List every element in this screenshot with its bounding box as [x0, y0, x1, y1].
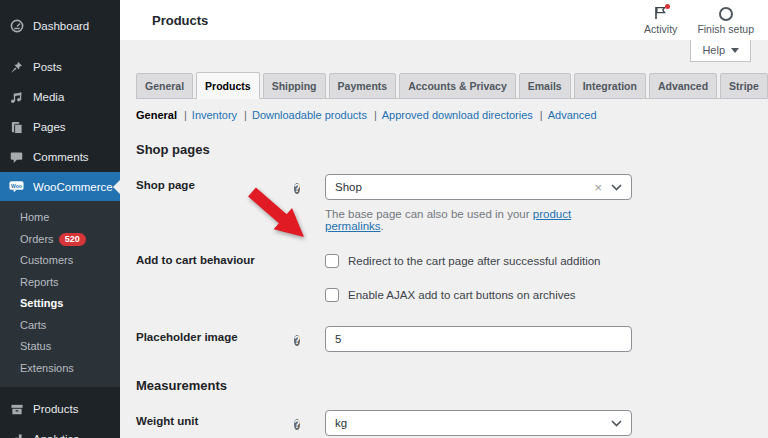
add-to-cart-checkbox-group: Redirect to the cart page after successf… [325, 249, 632, 302]
tab-label: Payments [338, 80, 388, 92]
subnav-link[interactable]: Downloadable products [237, 109, 367, 121]
checkbox-label: Enable AJAX add to cart buttons on archi… [348, 289, 576, 301]
submenu-item-label: Carts [20, 319, 46, 331]
notification-dot [665, 4, 670, 9]
setup-progress-icon [719, 7, 733, 21]
tab-label: Accounts & Privacy [408, 80, 507, 92]
woocommerce-icon: Woo [9, 179, 24, 194]
chevron-down-icon [731, 48, 739, 53]
weight-unit-label: Weight unit [136, 410, 294, 427]
checkbox[interactable] [325, 254, 339, 268]
submenu-item[interactable]: Orders520 [0, 229, 120, 251]
settings-tab[interactable]: Stripe [720, 73, 768, 99]
shop-page-label: Shop page [136, 174, 294, 191]
tab-label: Stripe [729, 80, 759, 92]
chevron-down-icon [611, 417, 622, 429]
sidebar-item-dashboard[interactable]: Dashboard [0, 11, 120, 41]
sidebar-item-woocommerce[interactable]: Woo WooCommerce [0, 172, 120, 201]
submenu-item[interactable]: Status [0, 336, 120, 358]
measurements-heading: Measurements [136, 378, 752, 393]
main-area: Products Activity Finish setup Help Gene… [120, 0, 768, 438]
submenu-item-label: Home [20, 211, 49, 223]
settings-tab[interactable]: Advanced [649, 73, 717, 99]
description-text: . [381, 220, 384, 232]
shop-page-select-value: Shop [335, 181, 362, 193]
sidebar-item-label: Dashboard [33, 20, 89, 32]
subnav-link[interactable]: Advanced [533, 109, 597, 121]
submenu-item[interactable]: Home [0, 207, 120, 229]
subnav-link[interactable]: General [136, 109, 177, 121]
checkbox[interactable] [325, 288, 339, 302]
submenu-item[interactable]: Extensions [0, 358, 120, 380]
sidebar-item-analytics[interactable]: Analytics [0, 424, 120, 438]
submenu-item[interactable]: Customers [0, 250, 120, 272]
submenu-item[interactable]: Reports [0, 272, 120, 294]
add-to-cart-label: Add to cart behaviour [136, 249, 294, 266]
clear-selection-icon[interactable]: × [594, 181, 602, 194]
products-box-icon [9, 402, 24, 417]
activity-label: Activity [644, 23, 677, 35]
tab-label: Products [205, 80, 251, 92]
finish-setup-button[interactable]: Finish setup [697, 6, 754, 35]
tab-label: Shipping [272, 80, 317, 92]
sidebar-item-products[interactable]: Products [0, 394, 120, 424]
tab-label: Advanced [658, 80, 708, 92]
sidebar-item-label: Posts [33, 61, 62, 73]
sidebar-item-media[interactable]: Media [0, 82, 120, 112]
help-dropdown-button[interactable]: Help [690, 40, 751, 62]
checkbox-option[interactable]: Enable AJAX add to cart buttons on archi… [325, 288, 632, 302]
settings-tab[interactable]: Products [196, 72, 260, 99]
chevron-down-icon [611, 181, 622, 193]
settings-tab[interactable]: General [136, 73, 193, 99]
top-header-bar: Products Activity Finish setup [120, 0, 768, 40]
settings-tab[interactable]: Emails [519, 73, 571, 99]
weight-unit-row: Weight unit kg [136, 410, 752, 436]
subnav-link-label: Downloadable products [252, 109, 367, 121]
submenu-item-label: Extensions [20, 362, 74, 374]
products-subnav: GeneralInventoryDownloadable productsApp… [136, 109, 752, 121]
tab-label: Integration [583, 80, 637, 92]
checkbox-label: Redirect to the cart page after successf… [348, 255, 601, 267]
subnav-link[interactable]: Inventory [177, 109, 237, 121]
help-tip-icon[interactable] [294, 335, 300, 346]
sidebar-item-label: Pages [33, 121, 66, 133]
settings-tab[interactable]: Accounts & Privacy [399, 73, 516, 99]
placeholder-image-input[interactable] [325, 326, 632, 352]
svg-text:Woo: Woo [11, 183, 22, 189]
page-title: Products [152, 13, 208, 28]
settings-tab[interactable]: Payments [329, 73, 397, 99]
help-label: Help [702, 44, 725, 56]
sidebar-item-label: Analytics [33, 433, 79, 438]
sidebar-item-posts[interactable]: Posts [0, 52, 120, 82]
submenu-item-label: Status [20, 340, 51, 352]
help-tip-icon[interactable] [294, 183, 300, 194]
help-tip-icon[interactable] [294, 419, 300, 430]
tab-label: Emails [528, 80, 562, 92]
subnav-link[interactable]: Approved download directories [367, 109, 533, 121]
submenu-item[interactable]: Settings [0, 293, 120, 315]
weight-unit-select[interactable]: kg [325, 410, 632, 436]
subnav-link-label: Inventory [192, 109, 237, 121]
settings-tab[interactable]: Shipping [263, 73, 326, 99]
description-text: The base page can also be used in your [325, 208, 533, 220]
add-to-cart-row: Add to cart behaviour Redirect to the ca… [136, 249, 752, 302]
bar-chart-icon [9, 432, 24, 438]
submenu-item-label: Customers [20, 254, 73, 266]
subnav-link-label: General [136, 109, 177, 121]
subnav-link-label: Advanced [548, 109, 597, 121]
placeholder-image-row: Placeholder image [136, 326, 752, 352]
shop-page-row: Shop page Shop × The base page can also … [136, 174, 752, 232]
activity-flag-icon [654, 6, 668, 21]
submenu-item-label: Reports [20, 276, 59, 288]
activity-button[interactable]: Activity [644, 6, 677, 35]
finish-setup-label: Finish setup [697, 23, 754, 35]
dashboard-icon [9, 19, 24, 34]
sidebar-item-comments[interactable]: Comments [0, 142, 120, 172]
subnav-link-label: Approved download directories [382, 109, 533, 121]
sidebar-item-pages[interactable]: Pages [0, 112, 120, 142]
settings-tab[interactable]: Integration [574, 73, 646, 99]
submenu-item[interactable]: Carts [0, 315, 120, 337]
shop-page-select[interactable]: Shop × [325, 174, 632, 200]
sidebar-item-label: WooCommerce [33, 181, 113, 193]
checkbox-option[interactable]: Redirect to the cart page after successf… [325, 254, 632, 268]
